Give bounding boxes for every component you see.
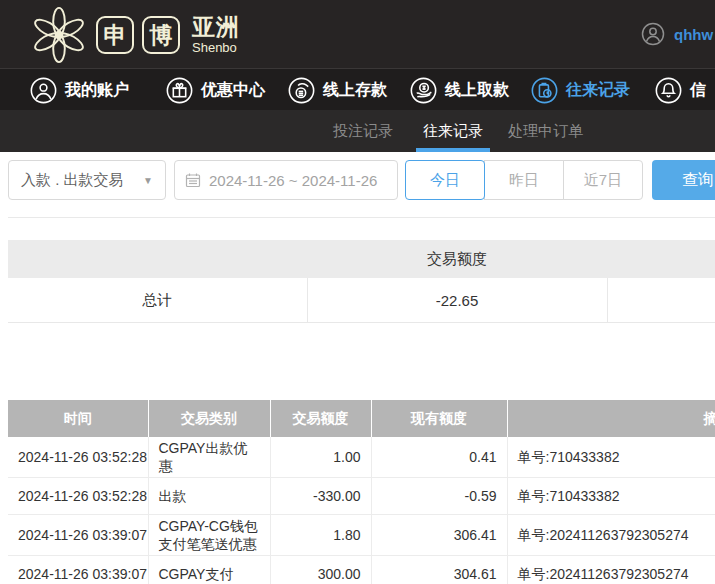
cell-type: 出款 xyxy=(148,478,270,515)
summary-total-value: -22.65 xyxy=(307,278,607,323)
summary-total-label: 总计 xyxy=(8,278,307,323)
nav-item-online-withdraw[interactable]: 线上取款 xyxy=(410,69,509,111)
cell-time: 2024-11-26 03:39:07 xyxy=(8,515,148,556)
user-account[interactable]: qhhw xyxy=(641,22,713,46)
cell-balance: 0.41 xyxy=(371,437,507,478)
today-button[interactable]: 今日 xyxy=(405,160,485,200)
chevron-down-icon: ▼ xyxy=(143,175,153,186)
calendar-icon xyxy=(185,172,201,188)
col-header-type: 交易类别 xyxy=(148,400,270,437)
tab-transaction-records[interactable]: 往来记录 xyxy=(423,110,483,152)
search-button[interactable]: 查询 xyxy=(652,160,715,200)
cell-amount: 1.80 xyxy=(270,515,371,556)
transaction-type-select[interactable]: 入款 . 出款交易 ▼ xyxy=(8,160,166,200)
nav-item-label: 线上存款 xyxy=(323,80,387,101)
table-row: 2024-11-26 03:52:28 CGPAY出款优惠 1.00 0.41 … xyxy=(8,437,715,478)
table-header-row: 时间 交易类别 交易额度 现有额度 摘要 xyxy=(8,400,715,437)
username[interactable]: qhhw xyxy=(674,26,713,43)
col-header-time: 时间 xyxy=(8,400,148,437)
cell-type: CGPAY-CG钱包支付笔笔送优惠 xyxy=(148,515,270,556)
summary-table: 交易额度 总计 -22.65 xyxy=(8,240,715,323)
brand-char-1: 申 xyxy=(96,16,134,54)
nav-item-transaction-records[interactable]: 往来记录 xyxy=(531,69,630,111)
quick-date-group: 今日 昨日 近7日 xyxy=(405,160,643,200)
nav-item-promotions[interactable]: 优惠中心 xyxy=(166,69,265,111)
table-row: 2024-11-26 03:39:07 CGPAY支付 300.00 304.6… xyxy=(8,556,715,584)
date-range-input[interactable]: 2024-11-26 ~ 2024-11-26 xyxy=(174,160,398,200)
page: 申 博 亚洲 Shenbo qhhw xyxy=(0,0,715,584)
filter-bar: 入款 . 出款交易 ▼ 2024-11-26 ~ 2024-11-26 今日 昨… xyxy=(0,152,715,208)
nav-item-label: 我的账户 xyxy=(65,80,129,101)
cell-note: 单号:202411263792305274 xyxy=(507,556,715,584)
table-row: 2024-11-26 03:39:07 CGPAY-CG钱包支付笔笔送优惠 1.… xyxy=(8,515,715,556)
cell-time: 2024-11-26 03:52:28 xyxy=(8,437,148,478)
brand-logo: 申 博 亚洲 Shenbo xyxy=(28,4,240,66)
records-icon xyxy=(531,77,558,104)
summary-header-row: 交易额度 xyxy=(8,240,715,278)
transactions-table: 时间 交易类别 交易额度 现有额度 摘要 2024-11-26 03:52:28… xyxy=(8,400,715,584)
user-icon xyxy=(30,77,57,104)
tab-processing-orders[interactable]: 处理中订单 xyxy=(508,110,583,152)
cell-amount: 300.00 xyxy=(270,556,371,584)
brand-latin: Shenbo xyxy=(192,41,240,54)
date-range-value: 2024-11-26 ~ 2024-11-26 xyxy=(209,172,377,189)
nav-item-label: 优惠中心 xyxy=(201,80,265,101)
user-avatar-icon xyxy=(641,22,665,46)
summary-header-empty xyxy=(8,240,307,278)
nav-item-online-deposit[interactable]: 线上存款 xyxy=(288,69,387,111)
deposit-icon xyxy=(288,77,315,104)
cell-balance: 306.41 xyxy=(371,515,507,556)
col-header-note: 摘要 xyxy=(507,400,715,437)
cell-amount: 1.00 xyxy=(270,437,371,478)
cell-note: 单号:710433382 xyxy=(507,478,715,515)
cell-type: CGPAY支付 xyxy=(148,556,270,584)
section-divider xyxy=(8,217,715,218)
bell-icon xyxy=(655,77,682,104)
brand-region: 亚洲 xyxy=(192,16,240,39)
col-header-amount: 交易额度 xyxy=(270,400,371,437)
summary-header-amount: 交易额度 xyxy=(307,240,607,278)
cell-note: 单号:202411263792305274 xyxy=(507,515,715,556)
cell-balance: -0.59 xyxy=(371,478,507,515)
nav-item-label: 往来记录 xyxy=(566,80,630,101)
main-nav: 我的账户 优惠中心 xyxy=(0,68,715,110)
brand-char-2: 博 xyxy=(142,16,180,54)
yesterday-button[interactable]: 昨日 xyxy=(484,160,564,200)
brand-region-wrap: 亚洲 Shenbo xyxy=(192,16,240,54)
nav-item-my-account[interactable]: 我的账户 xyxy=(30,69,129,111)
summary-total-empty xyxy=(607,278,715,323)
summary-total-row: 总计 -22.65 xyxy=(8,278,715,323)
transaction-type-value: 入款 . 出款交易 xyxy=(21,171,124,190)
cell-note: 单号:710433382 xyxy=(507,437,715,478)
summary-header-empty2 xyxy=(607,240,715,278)
cell-balance: 304.61 xyxy=(371,556,507,584)
lotus-flower-icon xyxy=(28,4,90,66)
table-row: 2024-11-26 03:52:28 出款 -330.00 -0.59 单号:… xyxy=(8,478,715,515)
withdraw-icon xyxy=(410,77,437,104)
last7days-button[interactable]: 近7日 xyxy=(563,160,643,200)
cell-type: CGPAY出款优惠 xyxy=(148,437,270,478)
cell-amount: -330.00 xyxy=(270,478,371,515)
gift-icon xyxy=(166,77,193,104)
nav-item-label: 线上取款 xyxy=(445,80,509,101)
tab-betting-records[interactable]: 投注记录 xyxy=(333,110,393,152)
cell-time: 2024-11-26 03:52:28 xyxy=(8,478,148,515)
col-header-balance: 现有额度 xyxy=(371,400,507,437)
cell-time: 2024-11-26 03:39:07 xyxy=(8,556,148,584)
top-header: 申 博 亚洲 Shenbo qhhw xyxy=(0,0,715,68)
record-tabs: 投注记录 往来记录 处理中订单 xyxy=(0,110,715,152)
nav-item-messages[interactable]: 信 xyxy=(655,69,706,111)
nav-item-label: 信 xyxy=(690,80,706,101)
